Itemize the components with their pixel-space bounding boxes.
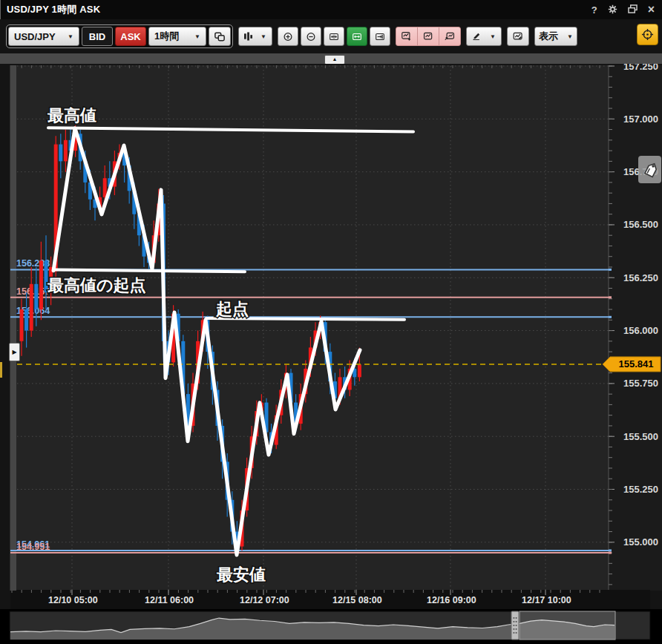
x-axis-label: 12/16 09:00	[427, 595, 476, 605]
y-axis-label: 155.500	[623, 431, 658, 442]
settings-gear-icon[interactable]	[608, 4, 617, 16]
timeframe-select[interactable]: 1時間 ▼	[148, 27, 206, 46]
chart-top-strip: ▲	[0, 53, 662, 64]
pattern-list-button[interactable]	[417, 27, 439, 46]
x-axis-label: 12/10 05:00	[48, 595, 98, 605]
fit-width-icon	[353, 32, 361, 42]
y-axis-label: 156.250	[623, 272, 658, 283]
fit-width-button-active[interactable]	[347, 27, 367, 46]
chart-window: USD/JPY 1時間 ASK ? × USD/JPY ▼ BID ASK 1時…	[0, 0, 662, 644]
bid-button[interactable]: BID	[82, 27, 113, 46]
help-icon[interactable]: ?	[591, 5, 597, 15]
chevron-down-icon: ▼	[490, 33, 496, 40]
chart-edit-icon	[513, 31, 523, 42]
navigator-drag-handle[interactable]	[511, 611, 519, 640]
link-charts-icon	[214, 32, 225, 42]
draw-tool-button[interactable]: ▼	[466, 27, 502, 46]
x-axis-label: 12/11 06:00	[145, 595, 194, 605]
expand-panel-button[interactable]: ▶	[9, 343, 20, 361]
candle-body	[34, 284, 38, 309]
current-price-label: 155.841	[619, 358, 654, 369]
edit-chart-button[interactable]	[507, 27, 529, 46]
apply-pattern-button[interactable]	[439, 27, 461, 46]
x-axis-label: 12/12 07:00	[240, 595, 289, 605]
y-axis-label: 157.000	[623, 114, 658, 125]
chevron-down-icon: ▼	[567, 33, 573, 40]
y-axis-label: 157.250	[623, 64, 658, 72]
handle-grip-dot	[514, 621, 515, 622]
ask-button[interactable]: ASK	[115, 27, 146, 46]
fit-chart-icon	[330, 32, 338, 42]
navigator-view-window[interactable]	[520, 611, 615, 640]
candle-body	[103, 178, 107, 197]
add-pattern-icon	[402, 31, 412, 42]
drawn-horizontal-line[interactable]	[206, 318, 404, 320]
drawn-horizontal-line[interactable]	[53, 269, 245, 272]
titlebar: USD/JPY 1時間 ASK ? ×	[0, 0, 662, 19]
candle-body	[20, 309, 24, 341]
target-tool-button[interactable]	[637, 24, 658, 45]
zoom-out-icon	[307, 31, 315, 42]
x-axis-label: 12/15 08:00	[332, 595, 382, 605]
apply-pattern-icon	[445, 31, 455, 42]
plot-bg	[10, 65, 609, 591]
handle-grip-dot	[516, 625, 517, 626]
zoom-in-button[interactable]	[278, 27, 298, 46]
candle-body	[64, 140, 68, 162]
price-tag-cursor-icon	[638, 156, 661, 183]
symbol-select[interactable]: USD/JPY ▼	[8, 27, 79, 46]
price-chart[interactable]: 157.250157.000156.750156.500156.250156.0…	[0, 64, 662, 644]
close-icon[interactable]: ×	[648, 4, 655, 16]
handle-grip-dot	[516, 628, 517, 630]
arrow-right-box-icon	[376, 32, 384, 42]
handle-grip-dot	[514, 628, 515, 630]
restore-window-icon[interactable]	[628, 4, 638, 15]
link-charts-button[interactable]	[209, 27, 231, 46]
zoom-out-button[interactable]	[301, 27, 321, 46]
chevron-down-icon: ▼	[194, 33, 200, 40]
annotation-label[interactable]: 最高値	[47, 106, 96, 125]
add-pattern-button[interactable]	[396, 27, 418, 46]
handle-grip-dot	[514, 632, 515, 634]
display-menu-button[interactable]: 表示 ▼	[534, 27, 577, 46]
y-axis-label: 156.000	[623, 325, 658, 336]
handle-grip-dot	[516, 617, 517, 619]
y-axis-label: 155.750	[623, 378, 658, 389]
chevron-down-icon: ▼	[68, 33, 73, 40]
candlestick-type-icon	[244, 31, 252, 42]
scroll-to-latest-button[interactable]	[370, 27, 390, 46]
fit-chart-button[interactable]	[324, 27, 344, 46]
candle-body	[358, 364, 361, 377]
candle-body	[24, 309, 28, 331]
y-axis-label: 156.500	[623, 219, 658, 230]
annotation-label[interactable]: 最安値	[216, 565, 266, 584]
symbol-group: USD/JPY ▼ BID ASK 1時間 ▼	[6, 24, 233, 48]
price-line-label: 154.951	[16, 542, 50, 552]
candle-body	[39, 260, 43, 309]
annotation-label[interactable]: 最高値の起点	[47, 276, 146, 295]
chart-type-button[interactable]: ▼	[238, 27, 272, 46]
crosshair-target-icon	[641, 28, 654, 41]
handle-grip-dot	[516, 621, 517, 622]
zoom-in-icon	[284, 31, 292, 42]
toolbar: USD/JPY ▼ BID ASK 1時間 ▼ ▼	[0, 19, 662, 53]
handle-grip-dot	[514, 617, 515, 619]
background-window-sliver	[0, 362, 2, 378]
pencil-icon	[472, 31, 481, 42]
candle-body	[59, 145, 62, 162]
y-axis-label: 155.000	[623, 536, 658, 548]
y-axis-label: 155.250	[623, 484, 658, 495]
chevron-down-icon: ▼	[260, 33, 266, 40]
x-axis-label: 12/17 10:00	[522, 595, 571, 605]
handle-grip-dot	[514, 625, 515, 626]
left-panel-strip[interactable]	[10, 65, 17, 591]
pattern-icon	[423, 31, 433, 42]
annotation-label[interactable]: 起点	[215, 300, 249, 318]
window-title: USD/JPY 1時間 ASK	[1, 3, 100, 16]
candle-body	[30, 284, 33, 331]
handle-grip-dot	[516, 632, 517, 634]
